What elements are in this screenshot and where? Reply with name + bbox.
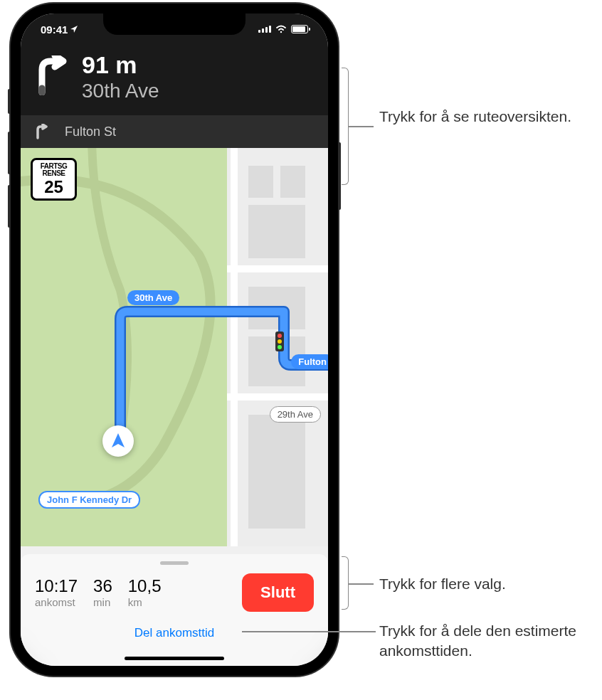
callout-bracket-1 — [342, 68, 349, 185]
speed-limit-label-2: RENSE — [36, 170, 72, 177]
user-location-marker — [102, 425, 134, 457]
mute-switch — [8, 89, 11, 114]
map-label-30th-ave: 30th Ave — [127, 290, 179, 305]
share-eta-button[interactable]: Del ankomsttid — [35, 622, 314, 645]
svg-rect-4 — [248, 205, 305, 258]
svg-rect-7 — [248, 415, 305, 529]
next-direction-banner[interactable]: Fulton St — [21, 115, 328, 148]
map-label-jfk: John F Kennedy Dr — [38, 491, 140, 509]
traffic-light-icon — [275, 332, 284, 351]
map-label-29th-ave: 29th Ave — [270, 406, 321, 423]
battery-icon — [291, 25, 308, 33]
svg-point-0 — [280, 31, 282, 33]
volume-up-button — [8, 132, 11, 174]
arrival-label: ankomst — [35, 596, 78, 608]
status-time: 09:41 — [41, 23, 68, 36]
direction-distance: 91 m — [82, 53, 314, 77]
duration-stat: 36 min — [93, 578, 112, 608]
map-view[interactable]: FARTSG RENSE 25 30th Ave Fulton 29th Ave… — [21, 148, 328, 546]
notch — [103, 14, 245, 35]
direction-street: 30th Ave — [82, 80, 314, 102]
location-services-icon — [70, 25, 78, 33]
speed-limit-value: 25 — [36, 179, 72, 196]
home-indicator[interactable] — [125, 657, 224, 660]
speed-limit-sign: FARTSG RENSE 25 — [31, 158, 77, 201]
cellular-signal-icon — [258, 26, 271, 33]
turn-right-small-icon — [35, 124, 49, 139]
screen: 09:41 — [21, 14, 328, 666]
volume-down-button — [8, 185, 11, 228]
duration-value: 36 — [93, 578, 112, 595]
wifi-icon — [275, 25, 287, 33]
callout-route-overview: Trykk for å se ruteoversikten. — [379, 107, 571, 127]
bottom-panel[interactable]: 10:17 ankomst 36 min 10,5 km Slutt Del a… — [21, 554, 328, 666]
callout-line-3 — [242, 631, 376, 632]
arrival-stat: 10:17 ankomst — [35, 578, 78, 608]
next-direction-street: Fulton St — [65, 124, 116, 139]
arrival-time: 10:17 — [35, 578, 78, 595]
svg-rect-2 — [248, 166, 273, 198]
distance-label: km — [128, 596, 162, 608]
callout-bracket-2 — [342, 556, 349, 610]
distance-stat: 10,5 km — [128, 578, 162, 608]
svg-rect-3 — [280, 166, 305, 198]
map-label-fulton: Fulton — [291, 354, 328, 369]
distance-value: 10,5 — [128, 578, 162, 595]
end-button[interactable]: Slutt — [242, 573, 314, 612]
callout-more-options: Trykk for flere valg. — [379, 574, 506, 594]
callout-share-eta: Trykk for å dele den estimerte ankomstti… — [379, 621, 602, 662]
phone-frame: 09:41 — [11, 4, 338, 676]
panel-grabber[interactable] — [160, 561, 189, 565]
power-button — [338, 142, 341, 210]
callout-line-2 — [349, 583, 374, 585]
duration-label: min — [93, 596, 112, 608]
turn-right-icon — [35, 55, 69, 95]
callout-line-1 — [349, 126, 374, 127]
